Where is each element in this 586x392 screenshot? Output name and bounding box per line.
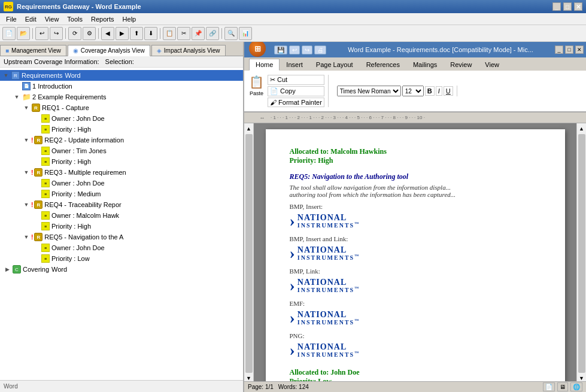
tree-req2[interactable]: ▼ ! R REQ2 - Update information: [0, 135, 243, 145]
ni-instruments-3: INSTRUMENTS™: [297, 287, 360, 293]
word-hscroll-left[interactable]: ▲: [579, 126, 584, 132]
word-scroll-down[interactable]: ▼: [246, 375, 251, 381]
word-priority-high: Priority: High: [290, 156, 541, 165]
tb-btn8[interactable]: 🔗: [206, 27, 219, 40]
expand-req2[interactable]: ▼: [22, 135, 31, 145]
req4-badge: R: [34, 200, 42, 209]
font-size-select[interactable]: 12: [402, 86, 424, 96]
italic-btn[interactable]: I: [436, 86, 442, 96]
tb-btn10[interactable]: 📊: [239, 27, 252, 40]
tb-btn2[interactable]: ▶: [116, 27, 129, 40]
undo-btn[interactable]: ↩: [35, 27, 48, 40]
word-tab-review[interactable]: Review: [444, 59, 478, 71]
menu-help[interactable]: Help: [119, 15, 140, 23]
tree-req3[interactable]: ▼ ! R REQ3 - Multiple requiremen: [0, 167, 243, 178]
word-vertical-scrollbar[interactable]: [245, 134, 253, 373]
minimize-btn[interactable]: _: [552, 2, 561, 11]
req4-owner-label: Owner : Malcolm Hawk: [51, 212, 119, 219]
word-close[interactable]: ✕: [575, 45, 584, 54]
redo-btn[interactable]: ↪: [50, 27, 63, 40]
close-btn[interactable]: ✕: [574, 2, 582, 11]
word-body[interactable]: Allocated to: Malcolm Hawkins Priority: …: [254, 123, 576, 381]
tab-management[interactable]: ■ Management View: [0, 45, 66, 56]
tab-coverage[interactable]: ◉ Coverage Analysis View: [68, 45, 150, 56]
tree-root[interactable]: ▼ R Requirements Word: [0, 70, 243, 81]
covering-label: Covering: [23, 266, 49, 273]
req2-label: REQ2 - Update information: [44, 136, 124, 144]
settings-btn[interactable]: ⚙: [83, 27, 96, 40]
font-family-select[interactable]: Times New Roman: [337, 86, 401, 96]
view-full-btn[interactable]: 🖥: [557, 382, 568, 391]
word-words-indicator: Words: 124: [278, 384, 309, 390]
tree-area[interactable]: ▼ R Requirements Word ▶ 📄 1 Introduction: [0, 68, 243, 380]
menu-reports[interactable]: Reports: [87, 15, 118, 23]
bmp-insert-section: BMP, Insert: › NATIONAL INSTRUMENTS™: [290, 203, 541, 230]
ni-chevron-4: ›: [290, 308, 295, 327]
req3-owner-label: Owner : John Doe: [51, 180, 105, 187]
view-print-btn[interactable]: 📄: [543, 382, 555, 391]
expand-example[interactable]: ▼: [12, 92, 22, 102]
tb-btn6[interactable]: ✂: [177, 27, 190, 40]
open-btn[interactable]: 📂: [17, 27, 30, 40]
tb-btn5[interactable]: 📋: [163, 27, 176, 40]
emf-section: EMF: › NATIONAL INSTRUMENTS™: [290, 300, 541, 327]
word-tab-view[interactable]: View: [478, 59, 506, 71]
tree-req3-priority: ≡ Priority : Medium: [0, 189, 243, 199]
new-btn[interactable]: 📄: [2, 27, 16, 40]
format-painter-btn[interactable]: 🖌 Format Painter: [268, 98, 324, 107]
word-tab-insert[interactable]: Insert: [280, 59, 309, 71]
tree-example[interactable]: ▼ 📁 2 Example Requirements: [0, 92, 243, 102]
underline-btn[interactable]: U: [444, 86, 453, 96]
word-req5-body: The tool shall allow navigation from the…: [290, 184, 541, 198]
expand-root[interactable]: ▼: [1, 71, 11, 80]
tree-req5[interactable]: ▼ ! R REQ5 - Navigation to the A: [0, 232, 243, 242]
view-web-btn[interactable]: 🌐: [570, 382, 582, 391]
qat-redo[interactable]: ↪: [302, 45, 312, 54]
menu-view[interactable]: View: [41, 15, 63, 23]
ni-text-5: NATIONAL INSTRUMENTS™: [297, 342, 360, 358]
tb-btn1[interactable]: ◀: [101, 27, 114, 40]
word-tab-home[interactable]: Home: [249, 59, 280, 71]
word-scroll-up[interactable]: ▲: [246, 126, 251, 132]
tb-btn4[interactable]: ⬇: [144, 27, 157, 40]
qat-print[interactable]: 🖨: [314, 45, 326, 54]
maximize-btn[interactable]: □: [563, 2, 572, 11]
menu-tools[interactable]: Tools: [63, 15, 86, 23]
office-btn-area[interactable]: ⊞: [247, 42, 268, 57]
tab-impact[interactable]: ◈ Impact Analysis View: [151, 45, 226, 56]
tb-btn3[interactable]: ⬆: [130, 27, 143, 40]
tree-intro[interactable]: ▶ 📄 1 Introduction: [0, 81, 243, 92]
refresh-btn[interactable]: ⟳: [68, 27, 81, 40]
word-tab-references[interactable]: References: [360, 59, 406, 71]
expand-req4[interactable]: ▼: [22, 200, 31, 209]
word-tab-mailings[interactable]: Mailings: [406, 59, 444, 71]
tb-btn7[interactable]: 📌: [192, 27, 205, 40]
tree-req1[interactable]: ▼ R REQ1 - Capture: [0, 102, 243, 113]
word-hscroll-right[interactable]: ▼: [579, 375, 584, 381]
tree-req4[interactable]: ▼ ! R REQ4 - Traceability Repor: [0, 199, 243, 210]
word-max[interactable]: □: [565, 45, 573, 54]
word-hscrollbar[interactable]: [578, 134, 585, 373]
qat-save[interactable]: 💾: [274, 45, 287, 54]
paste-btn[interactable]: 📋: [249, 75, 264, 89]
ni-logo-2: › NATIONAL INSTRUMENTS™: [290, 244, 541, 263]
bold-btn[interactable]: B: [425, 86, 435, 96]
req1-priority-label: Priority : High: [51, 126, 91, 133]
expand-req3[interactable]: ▼: [22, 168, 31, 177]
office-button[interactable]: ⊞: [249, 42, 266, 57]
expand-req5[interactable]: ▼: [22, 232, 31, 242]
word-min[interactable]: _: [555, 45, 563, 54]
req4-warn-icon: !: [31, 202, 33, 208]
copy-btn[interactable]: 📄 Copy: [268, 86, 324, 96]
menu-edit[interactable]: Edit: [22, 15, 40, 23]
tree-covering[interactable]: ▶ C Covering Word: [0, 264, 243, 275]
qat-undo[interactable]: ↩: [289, 45, 300, 54]
cut-btn[interactable]: ✂ Cut: [268, 75, 324, 85]
req5-owner-icon: ≡: [41, 243, 50, 253]
expand-covering[interactable]: ▶: [2, 265, 12, 274]
word-tab-pagelayout[interactable]: Page Layout: [309, 59, 360, 71]
expand-req1[interactable]: ▼: [22, 103, 31, 113]
menu-file[interactable]: File: [2, 15, 20, 23]
root-word-badge: Word: [65, 72, 80, 79]
tb-btn9[interactable]: 🔍: [224, 27, 238, 40]
